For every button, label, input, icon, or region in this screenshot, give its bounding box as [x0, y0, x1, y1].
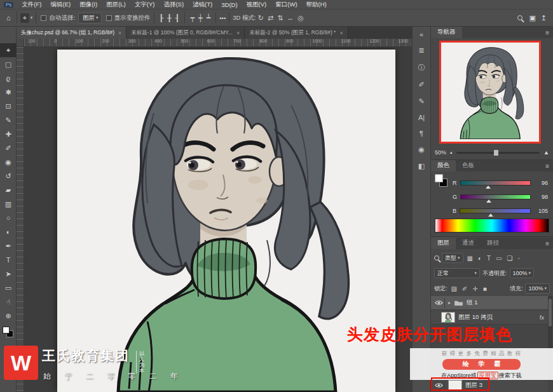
path-selection-tool[interactable]: ➤ [0, 267, 17, 281]
zoom-out-icon[interactable]: ▴ [450, 150, 453, 155]
layer-effects-badge[interactable]: fx [540, 314, 545, 321]
tab-channels[interactable]: 通道 [456, 238, 481, 249]
lock-pixels-icon[interactable]: ✐ [461, 285, 468, 292]
menu-filter[interactable]: 滤镜(T) [188, 1, 217, 9]
menu-edit[interactable]: 编辑(E) [46, 1, 75, 9]
3d-rotate-icon[interactable]: ↻ [256, 14, 266, 22]
share-icon[interactable]: ↥ [538, 14, 549, 22]
info-panel-icon[interactable]: ⓘ [418, 63, 425, 72]
green-slider-thumb[interactable] [486, 199, 491, 203]
layer-name[interactable]: 组 1 [467, 299, 477, 307]
doc-tab-3[interactable]: 未标题-2 @ 50% (图层 1, RGB/8#) * × [245, 27, 348, 39]
tab-color[interactable]: 颜色 [431, 160, 456, 172]
eyedropper-tool[interactable]: ✎ [0, 113, 17, 127]
rect-marquee-tool[interactable]: ▢ [0, 57, 17, 71]
3d-roll-icon[interactable]: ⇄ [266, 14, 275, 22]
red-value[interactable]: 96 [534, 180, 548, 186]
green-slider[interactable] [460, 194, 531, 199]
layer-row-copy10[interactable]: 图层 10 拷贝 fx [431, 311, 548, 325]
tab-navigator[interactable]: 导航器 [431, 27, 462, 38]
shape-tool[interactable]: ▭ [0, 281, 17, 295]
brush-settings-panel-icon[interactable]: ✐ [418, 81, 424, 89]
close-icon[interactable]: × [339, 30, 343, 36]
color-spectrum-ramp[interactable] [435, 219, 549, 233]
foreground-color-swatch[interactable] [3, 327, 10, 334]
red-slider-thumb[interactable] [486, 186, 491, 189]
blend-mode-dropdown[interactable]: 正常 ▾ [434, 268, 480, 278]
history-brush-tool[interactable]: ↺ [0, 169, 17, 183]
doc-tab-2[interactable]: 未标题-1 @ 100% (图层 0, RGB/8#/CMY... × [126, 27, 245, 39]
more-options-icon[interactable]: ••• [219, 15, 226, 22]
tab-paths[interactable]: 路径 [481, 238, 505, 249]
foreground-color-swatch[interactable] [435, 174, 443, 182]
gradient-tool[interactable]: ▥ [0, 197, 17, 211]
opacity-dropdown[interactable]: 100% ▾ [510, 268, 535, 278]
tab-swatches[interactable]: 色板 [456, 160, 481, 172]
brush-presets-panel-icon[interactable]: ✎ [418, 97, 424, 105]
move-tool-preset-icon[interactable]: ⌖ [20, 13, 29, 23]
auto-select-checkbox[interactable] [41, 15, 46, 21]
tab-layers[interactable]: 图层 [431, 238, 456, 249]
lock-all-icon[interactable]: ■ [482, 285, 488, 292]
visibility-eye-icon[interactable] [434, 298, 445, 308]
tool-preset-caret-icon[interactable]: ▾ [31, 15, 33, 20]
zoom-in-icon[interactable]: ▲ [543, 149, 549, 156]
auto-select-dropdown[interactable]: 图层 ▾ [78, 13, 102, 24]
menu-file[interactable]: 文件(F) [17, 1, 46, 9]
align-bottom-icon[interactable]: ┷ [205, 14, 213, 22]
collapse-panels-icon[interactable]: « [420, 30, 423, 38]
panel-menu-icon[interactable]: ≡ [545, 163, 549, 170]
clone-stamp-tool[interactable]: ◉ [0, 155, 17, 169]
menu-layer[interactable]: 图层(L) [102, 1, 130, 9]
filter-adjustment-layers-icon[interactable]: ◐ [477, 255, 483, 262]
panel-menu-icon[interactable]: ≡ [545, 29, 549, 36]
paragraph-panel-icon[interactable]: ¶ [420, 130, 423, 137]
align-left-icon[interactable]: ┠ [158, 14, 166, 22]
zoom-value[interactable]: 50% [435, 149, 446, 156]
filter-type-layers-icon[interactable]: T [486, 255, 492, 262]
filter-type-dropdown[interactable]: 类型 ▾ [442, 253, 463, 263]
doc-tab-1[interactable]: 头像chuz.psd @ 66.7% (组 1, RGB/8#) × [17, 27, 126, 39]
brush-tool[interactable]: ✐ [0, 141, 17, 155]
filter-smart-objects-icon[interactable]: ❏ [506, 255, 514, 262]
3d-drag-icon[interactable]: ⇅ [275, 14, 285, 22]
menu-3d[interactable]: 3D(D) [217, 1, 242, 8]
group-disclosure-arrow[interactable]: ▸ [448, 300, 451, 306]
filter-shape-layers-icon[interactable]: ▭ [495, 255, 503, 262]
align-right-icon[interactable]: ┨ [174, 14, 182, 22]
menu-image[interactable]: 图像(I) [75, 1, 102, 9]
panel-menu-icon[interactable]: ≡ [545, 240, 549, 247]
navigator-thumbnail[interactable] [439, 41, 541, 144]
pen-tool[interactable]: ✒ [0, 239, 17, 253]
crop-tool[interactable]: ⊡ [0, 99, 17, 113]
hand-tool[interactable]: ☝ [0, 295, 17, 309]
workspace-icon[interactable]: ▣ [526, 14, 538, 22]
clone-source-panel-icon[interactable]: ◉ [418, 145, 425, 154]
dodge-tool[interactable]: ◐ [0, 225, 17, 239]
artboard[interactable] [57, 50, 395, 392]
home-icon[interactable]: ⌂ [4, 14, 13, 22]
color-panel-swatches[interactable] [435, 174, 451, 191]
search-icon[interactable] [517, 15, 522, 20]
libraries-panel-icon[interactable]: ◧ [418, 162, 425, 170]
zoom-slider-handle[interactable] [494, 150, 498, 156]
layer-name[interactable]: 图层 10 拷贝 [458, 313, 493, 321]
green-value[interactable]: 98 [534, 194, 548, 200]
menu-type[interactable]: 文字(Y) [130, 1, 160, 9]
blue-slider-thumb[interactable] [488, 213, 493, 217]
blue-slider[interactable] [460, 208, 531, 213]
align-middle-icon[interactable]: ┿ [196, 14, 205, 22]
layer-row-group1[interactable]: ▸ 组 1 [431, 296, 548, 310]
zoom-tool[interactable]: ⊕ [0, 309, 17, 323]
red-slider[interactable] [460, 180, 531, 186]
menu-window[interactable]: 窗口(W) [271, 1, 301, 9]
lock-position-icon[interactable]: ✛ [471, 285, 479, 292]
menu-select[interactable]: 选择(S) [159, 1, 188, 9]
show-transform-checkbox[interactable] [106, 15, 112, 21]
fill-dropdown[interactable]: 100% ▾ [525, 283, 550, 294]
3d-slide-icon[interactable]: ↔ [285, 14, 296, 22]
lasso-tool[interactable]: ϱ [0, 71, 17, 85]
vertical-ruler[interactable] [17, 47, 24, 392]
healing-brush-tool[interactable]: ✚ [0, 127, 17, 141]
filter-pixel-layers-icon[interactable]: ▦ [466, 255, 474, 262]
